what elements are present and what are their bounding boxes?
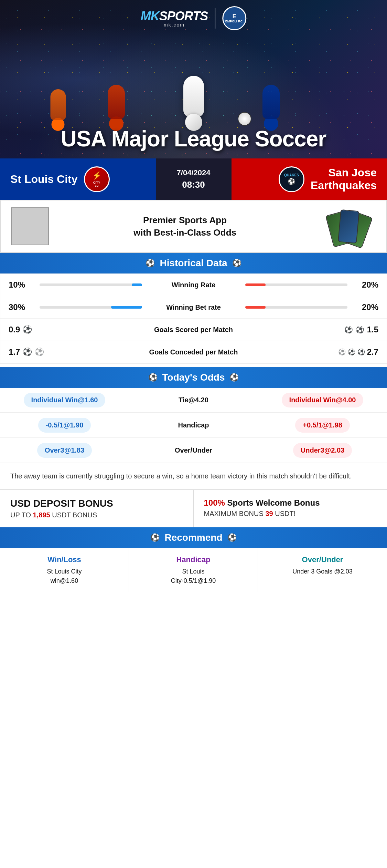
recommend-soccer-icon-left: ⚽ [150, 533, 160, 542]
away-bet-bar-fill [245, 306, 266, 309]
away-handicap-value: +0.5/1@1.98 [295, 418, 350, 433]
away-win-odds[interactable]: Individual Win@4.00 [258, 388, 387, 413]
home-win-odds[interactable]: Individual Win@1.60 [0, 388, 129, 413]
away-winning-rate-bar [245, 283, 348, 286]
promo-text: Premier Sports Appwith Best-in-Class Odd… [56, 214, 314, 239]
hero-section: MKSPORTS mk.com E EMPOLI F.C. [0, 0, 387, 158]
welcome-bonus[interactable]: 100% Sports Welcome Bonus MAXIMUM BONUS … [194, 490, 387, 527]
goals-conceded-row: 1.7 ⚽ ⚽ Goals Conceded per Match ⚽ ⚽ ⚽ 2… [0, 341, 387, 363]
winning-rate-label: Winning Rate [146, 281, 242, 289]
winning-bet-rate-label: Winning Bet rate [146, 303, 242, 311]
qr-code [11, 207, 49, 245]
home-goals-conceded-icon1: ⚽ [23, 348, 32, 356]
soccer-ball-icon-right: ⚽ [232, 259, 241, 268]
recommend-handicap[interactable]: Handicap St Louis City-0.5/1@1.90 [129, 548, 258, 592]
over-odds[interactable]: Over3@1.83 [0, 438, 129, 463]
match-datetime: 7/04/2024 08:30 [156, 158, 232, 200]
welcome-bonus-sub: MAXIMUM BONUS 39 USDT! [204, 510, 377, 518]
mk-logo: MKSPORTS mk.com [141, 9, 208, 28]
historical-data-title: Historical Data [160, 258, 227, 269]
brand-logo-area: MKSPORTS mk.com E EMPOLI F.C. [141, 6, 246, 30]
winning-bet-rate-row: 30% Winning Bet rate 20% [0, 296, 387, 319]
home-team-section: St Louis City ⚡ CITY SC [0, 158, 156, 200]
deposit-bonus-sub: UP TO 1,895 USDT BONUS [10, 511, 183, 519]
home-winning-rate-bar [40, 283, 142, 286]
recommend-overunder[interactable]: Over/Under Under 3 Goals @2.03 [258, 548, 387, 592]
deposit-bonus-title: USD DEPOSIT BONUS [10, 498, 183, 509]
recommend-header: ⚽ Recommend ⚽ [0, 527, 387, 548]
odds-row-2: -0.5/1@1.90 Handicap +0.5/1@1.98 [0, 413, 387, 438]
recommend-title: Recommend [164, 532, 222, 543]
players-illustration [0, 28, 387, 131]
home-goals-conceded-icon2: ⚽ [35, 348, 44, 356]
odds-soccer-icon-right: ⚽ [229, 373, 239, 382]
deposit-bonus[interactable]: USD DEPOSIT BONUS UP TO 1,895 USDT BONUS [0, 490, 194, 527]
odds-soccer-icon-left: ⚽ [148, 373, 158, 382]
logo-divider [215, 8, 215, 29]
goals-scored-row: 0.9 ⚽ Goals Scored per Match ⚽ ⚽ 1.5 [0, 319, 387, 341]
away-winning-bet-bar [245, 306, 348, 309]
under-odds-value: Under3@2.03 [293, 443, 352, 458]
away-goals-conceded-icon1: ⚽ [338, 348, 346, 356]
soccer-ball-icon-left: ⚽ [146, 259, 155, 268]
analysis-text: The away team is currently struggling to… [0, 463, 387, 489]
recommend-section-wrapper: ⚽ Recommend ⚽ Win/Loss St Louis City win… [0, 527, 387, 592]
away-win-odds-value: Individual Win@4.00 [282, 393, 364, 407]
odds-section-wrapper: ⚽ Today's Odds ⚽ Individual Win@1.60 Tie… [0, 367, 387, 463]
home-win-odds-value: Individual Win@1.60 [24, 393, 106, 407]
home-goals-scored-icon: ⚽ [23, 325, 32, 334]
home-winning-rate: 10% [9, 280, 36, 290]
match-date: 7/04/2024 [177, 168, 211, 177]
handicap-detail: St Louis City-0.5/1@1.90 [135, 567, 252, 586]
bonus-section: USD DEPOSIT BONUS UP TO 1,895 USDT BONUS… [0, 489, 387, 527]
odds-title: Today's Odds [162, 372, 225, 383]
away-goals-conceded: ⚽ ⚽ ⚽ 2.7 [351, 347, 378, 357]
away-handicap-odds[interactable]: +0.5/1@1.98 [258, 413, 387, 438]
home-winning-bet-rate: 30% [9, 302, 36, 312]
home-handicap-value: -0.5/1@1.90 [38, 418, 91, 433]
away-team-section: QUAKES ⚽ San Jose Earthquakes [232, 158, 387, 200]
home-goals-conceded: 1.7 ⚽ ⚽ [9, 347, 36, 357]
home-team-badge: ⚡ CITY SC [84, 166, 110, 192]
over-odds-value: Over3@1.83 [37, 443, 92, 458]
away-bar-fill [245, 283, 266, 286]
goals-scored-label: Goals Scored per Match [146, 326, 242, 334]
goals-conceded-label: Goals Conceded per Match [146, 348, 242, 356]
recommend-soccer-icon-right: ⚽ [227, 533, 237, 542]
match-time: 08:30 [182, 179, 205, 190]
away-goals-scored-icon2: ⚽ [356, 326, 364, 334]
hero-title: USA Major League Soccer [0, 126, 387, 152]
winning-rate-row: 10% Winning Rate 20% [0, 274, 387, 296]
welcome-bonus-title: 100% Sports Welcome Bonus [204, 498, 377, 508]
handicap-label: Handicap [129, 413, 258, 438]
away-winning-bet-rate: 20% [351, 302, 378, 312]
away-team-badge: QUAKES ⚽ [279, 166, 304, 192]
home-bet-bar-fill [111, 306, 142, 309]
away-goals-scored: ⚽ ⚽ 1.5 [351, 325, 378, 334]
recommend-winloss[interactable]: Win/Loss St Louis City win@1.60 [0, 548, 129, 592]
winloss-detail: St Louis City win@1.60 [6, 567, 123, 586]
overunder-detail: Under 3 Goals @2.03 [264, 567, 381, 576]
away-goals-conceded-icon2: ⚽ [348, 348, 355, 356]
under-odds[interactable]: Under3@2.03 [258, 438, 387, 463]
home-goals-scored: 0.9 ⚽ [9, 325, 36, 334]
home-team-name: St Louis City [10, 173, 78, 186]
away-goals-scored-icon1: ⚽ [344, 326, 353, 334]
tie-odds: Tie@4.20 [129, 388, 258, 413]
odds-section: Individual Win@1.60 Tie@4.20 Individual … [0, 388, 387, 463]
promo-banner[interactable]: Premier Sports Appwith Best-in-Class Odd… [0, 200, 387, 253]
partner-badge: E EMPOLI F.C. [222, 6, 246, 30]
home-winning-bet-bar [40, 306, 142, 309]
match-info-bar: St Louis City ⚡ CITY SC 7/04/2024 08:30 … [0, 158, 387, 200]
away-team-name: San Jose Earthquakes [311, 166, 377, 192]
overunder-type: Over/Under [264, 555, 381, 564]
away-goals-conceded-icon3: ⚽ [357, 348, 365, 356]
home-handicap-odds[interactable]: -0.5/1@1.90 [0, 413, 129, 438]
historical-data-header: ⚽ Historical Data ⚽ [0, 253, 387, 273]
handicap-type: Handicap [135, 555, 252, 564]
home-bar-fill [132, 283, 142, 286]
historical-data-section: 10% Winning Rate 20% 30% Winning Bet rat… [0, 273, 387, 364]
winloss-type: Win/Loss [6, 555, 123, 564]
odds-row-3: Over3@1.83 Over/Under Under3@2.03 [0, 438, 387, 463]
odds-row-1: Individual Win@1.60 Tie@4.20 Individual … [0, 388, 387, 413]
